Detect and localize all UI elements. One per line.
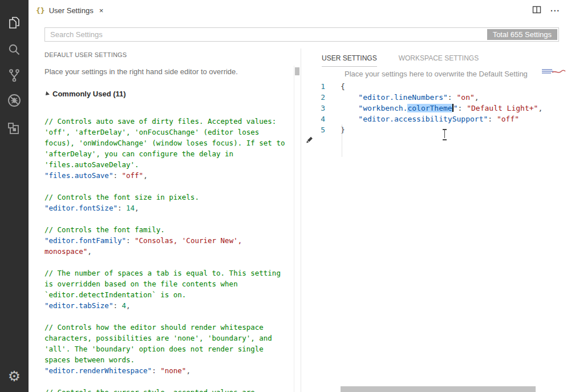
code-token: "none" bbox=[160, 366, 186, 375]
code-token: "editor.accessibilitySupport" bbox=[358, 115, 488, 123]
tab-workspace-settings-target[interactable]: WORKSPACE SETTINGS bbox=[399, 54, 479, 67]
activity-bar: ⚙ bbox=[0, 0, 29, 392]
default-settings-header: DEFAULT USER SETTINGS bbox=[44, 51, 127, 58]
setting-comment: // Controls the font family. bbox=[44, 224, 291, 235]
line-number: 4 bbox=[301, 114, 325, 124]
code-token: : bbox=[118, 204, 126, 212]
code-token: "off" bbox=[122, 171, 143, 180]
code-token bbox=[341, 115, 358, 123]
code-token: : bbox=[113, 301, 122, 310]
editor-code-line[interactable]: 5} bbox=[301, 124, 567, 135]
default-settings-code[interactable]: // Controls auto save of dirty files. Ac… bbox=[44, 116, 291, 392]
code-token: , bbox=[538, 104, 542, 112]
tab-user-settings[interactable]: {} User Settings × bbox=[36, 0, 103, 21]
debug-icon[interactable] bbox=[6, 92, 22, 108]
code-token: { bbox=[341, 82, 345, 91]
setting-line[interactable]: "editor.renderWhitespace": "none", bbox=[44, 365, 291, 376]
code-token: , bbox=[475, 93, 479, 102]
code-token: "editor.tabSize" bbox=[44, 301, 113, 310]
code-token: : bbox=[152, 366, 160, 375]
code-token: colorTheme bbox=[407, 104, 452, 112]
editor-code-line[interactable]: 4 "editor.accessibilitySupport": "off" bbox=[301, 114, 567, 124]
editor-actions: ··· bbox=[532, 0, 560, 21]
line-content: { bbox=[341, 81, 345, 92]
line-number: 5 bbox=[301, 124, 325, 135]
code-token: "editor.renderWhitespace" bbox=[44, 366, 152, 375]
code-token: "on" bbox=[457, 93, 475, 102]
default-setting-entry: // The number of spaces a tab is equal t… bbox=[44, 268, 291, 311]
setting-line[interactable]: "editor.fontFamily": "Consolas, 'Courier… bbox=[44, 235, 291, 257]
code-token: "editor.lineNumbers" bbox=[358, 93, 448, 102]
default-setting-entry: // Controls the font size in pixels."edi… bbox=[44, 192, 291, 213]
setting-line[interactable]: "editor.tabSize": 4, bbox=[44, 300, 291, 311]
user-settings-panel: USER SETTINGS WORKSPACE SETTINGS Place y… bbox=[301, 49, 567, 392]
indent-guide bbox=[342, 124, 342, 157]
editor-area: {} User Settings × ··· Search Settings T… bbox=[29, 0, 567, 392]
tab-user-settings-target[interactable]: USER SETTINGS bbox=[322, 54, 377, 67]
default-setting-entry: // Controls the font family."editor.font… bbox=[44, 224, 291, 257]
tab-bar: {} User Settings × ··· bbox=[29, 0, 567, 21]
collapse-twisty-icon bbox=[44, 91, 50, 97]
line-content: "editor.accessibilitySupport": "off" bbox=[341, 114, 519, 124]
code-token: : bbox=[448, 93, 457, 102]
settings-editor-content: DEFAULT USER SETTINGS Place your setting… bbox=[29, 49, 567, 392]
default-settings-panel: DEFAULT USER SETTINGS Place your setting… bbox=[29, 49, 301, 392]
default-setting-entry: // Controls how the editor should render… bbox=[44, 322, 291, 376]
code-token: , bbox=[186, 366, 191, 375]
search-icon[interactable] bbox=[6, 42, 22, 58]
settings-search-input[interactable]: Search Settings Total 655 Settings bbox=[44, 27, 559, 42]
code-token: "editor.fontSize" bbox=[44, 204, 118, 212]
close-tab-icon[interactable]: × bbox=[99, 6, 104, 15]
setting-line[interactable]: "editor.fontSize": 14, bbox=[44, 203, 291, 213]
code-token bbox=[341, 93, 358, 102]
line-number: 2 bbox=[301, 92, 325, 103]
source-control-icon[interactable] bbox=[6, 67, 22, 83]
more-actions-icon[interactable]: ··· bbox=[550, 6, 560, 15]
code-token: : bbox=[113, 171, 122, 180]
editor-code-line[interactable]: 2 "editor.lineNumbers": "on", bbox=[301, 92, 567, 103]
mouse-ibeam-cursor bbox=[443, 129, 447, 138]
tab-title: User Settings bbox=[49, 6, 94, 15]
setting-comment: // Controls auto save of dirty files. Ac… bbox=[44, 116, 291, 170]
editor-horizontal-scrollbar[interactable] bbox=[341, 386, 536, 392]
setting-comment: // The number of spaces a tab is equal t… bbox=[44, 268, 291, 300]
default-settings-intro: Place your settings in the right hand si… bbox=[44, 67, 238, 76]
code-token: " bbox=[453, 104, 458, 112]
files-icon[interactable] bbox=[6, 15, 22, 31]
line-number: 3 bbox=[301, 103, 325, 114]
left-panel-scrollbar[interactable] bbox=[294, 66, 299, 392]
setting-line[interactable]: "files.autoSave": "off", bbox=[44, 170, 291, 181]
code-token: , bbox=[143, 171, 148, 180]
search-placeholder: Search Settings bbox=[50, 28, 103, 41]
code-token: : bbox=[126, 236, 135, 245]
extensions-icon[interactable] bbox=[6, 121, 22, 137]
settings-target-tabs: USER SETTINGS WORKSPACE SETTINGS bbox=[322, 54, 479, 67]
render-artifact bbox=[541, 67, 566, 78]
json-braces-icon: {} bbox=[36, 6, 45, 15]
line-content: "workbench.colorTheme": "Default Light+"… bbox=[341, 103, 542, 114]
partial-comment: // Controls the cursor style, accepted v… bbox=[44, 387, 291, 392]
commonly-used-section-header[interactable]: Commonly Used (11) bbox=[44, 90, 126, 98]
code-token: "files.autoSave" bbox=[44, 171, 113, 180]
settings-gear-icon[interactable]: ⚙ bbox=[6, 369, 22, 385]
editor-code-line[interactable]: 1{ bbox=[301, 81, 567, 92]
commonly-used-label: Commonly Used (11) bbox=[52, 90, 126, 98]
split-editor-icon[interactable] bbox=[532, 5, 541, 17]
user-settings-editor[interactable]: 1{2 "editor.lineNumbers": "on",3 "workbe… bbox=[301, 81, 567, 386]
edit-setting-pencil-icon[interactable] bbox=[305, 136, 313, 147]
code-token: : bbox=[488, 115, 497, 123]
line-content: "editor.lineNumbers": "on", bbox=[341, 92, 479, 103]
code-token: , bbox=[126, 301, 131, 310]
line-number: 1 bbox=[301, 81, 325, 92]
code-token: 4 bbox=[122, 301, 126, 310]
code-token bbox=[341, 104, 358, 112]
code-token: : bbox=[458, 104, 467, 112]
code-token: , bbox=[135, 204, 139, 212]
code-token: "workbench. bbox=[358, 104, 407, 112]
setting-comment: // Controls the font size in pixels. bbox=[44, 192, 291, 203]
code-token: 14 bbox=[126, 204, 135, 212]
code-token: "Default Light+" bbox=[467, 104, 538, 112]
editor-code-line[interactable]: 3 "workbench.colorTheme": "Default Light… bbox=[301, 103, 567, 114]
left-scrollbar-thumb[interactable] bbox=[295, 67, 299, 75]
settings-count-badge: Total 655 Settings bbox=[487, 29, 557, 40]
